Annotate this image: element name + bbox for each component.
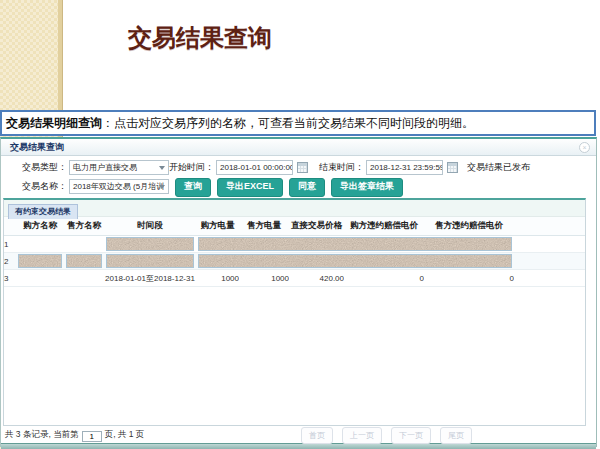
calendar-icon[interactable] xyxy=(447,162,458,173)
query-button[interactable]: 查询 xyxy=(175,178,211,197)
query-panel: 交易结果查询 × 交易类型： 电力用户直接交易 开始时间： 2018-01-01… xyxy=(0,137,597,447)
end-time-input[interactable]: 2018-12-31 23:59:59 xyxy=(366,160,443,175)
panel-bottom-bar xyxy=(1,443,596,449)
next-page-button[interactable]: 下一页 xyxy=(391,427,431,444)
header-row: 购方名称 售方名称 时间段 购方电量 售方电量 直接交易价格 购方违约赔偿电价 … xyxy=(4,217,585,236)
end-time-label: 结束时间： xyxy=(319,160,364,175)
redacted-cell xyxy=(198,254,512,268)
publish-status-text: 交易结果已发布 xyxy=(467,160,530,175)
row-number: 3 xyxy=(4,270,16,287)
record-summary-suffix: 页, 共 1 页 xyxy=(105,429,145,439)
record-summary: 共 3 条记录, 当前第页, 共 1 页 xyxy=(5,429,144,442)
grid-tab-row: 有约束交易结果 xyxy=(4,200,585,217)
cell-buy-penalty: 0 xyxy=(344,270,424,287)
panel-title: 交易结果查询 xyxy=(10,139,64,155)
notice-bold-label: 交易结果明细查询 xyxy=(6,116,102,130)
trade-name-select[interactable]: 2018年双边交易 (5月培训 xyxy=(69,179,169,194)
results-grid: 有约束交易结果 购方名称 售方名称 时间段 购方电量 售方电量 直接交易价格 购… xyxy=(3,198,586,426)
cell-buy-qty: 1000 xyxy=(196,270,239,287)
export-signed-result-button[interactable]: 导出签章结果 xyxy=(331,178,403,197)
chevron-down-icon xyxy=(159,166,165,170)
redacted-cell xyxy=(18,254,62,268)
trade-name-value: 2018年双边交易 (5月培训 xyxy=(73,182,164,191)
trade-type-select[interactable]: 电力用户直接交易 xyxy=(69,160,169,175)
trade-type-value: 电力用户直接交易 xyxy=(73,163,137,172)
redacted-cell xyxy=(198,237,512,251)
results-table: 购方名称 售方名称 时间段 购方电量 售方电量 直接交易价格 购方违约赔偿电价 … xyxy=(4,217,585,287)
notice-text: ：点击对应交易序列的名称，可查看当前交易结果不同时间段的明细。 xyxy=(102,116,474,130)
trade-name-label: 交易名称： xyxy=(1,179,67,194)
table-row[interactable]: 1 xyxy=(4,236,585,253)
notice-bar: 交易结果明细查询：点击对应交易序列的名称，可查看当前交易结果不同时间段的明细。 xyxy=(0,110,596,136)
cell-direct-price: 420.00 xyxy=(289,270,344,287)
collapse-icon[interactable]: × xyxy=(579,142,590,153)
pager-buttons: 首页 上一页 下一页 尾页 xyxy=(301,427,472,444)
pagination-bar: 共 3 条记录, 当前第页, 共 1 页 首页 上一页 下一页 尾页 xyxy=(1,426,596,443)
last-page-button[interactable]: 尾页 xyxy=(440,427,472,444)
chevron-down-icon xyxy=(159,185,165,189)
agree-button[interactable]: 同意 xyxy=(289,178,325,197)
redacted-cell xyxy=(106,237,194,251)
cell-sell-qty: 1000 xyxy=(239,270,289,287)
col-direct-price: 直接交易价格 xyxy=(289,217,344,236)
page-title: 交易结果查询 xyxy=(128,22,272,54)
tab-constrained-results[interactable]: 有约束交易结果 xyxy=(8,204,78,219)
col-sell-penalty: 售方违约赔偿电价 xyxy=(424,217,514,236)
col-period: 时间段 xyxy=(104,217,196,236)
start-time-input[interactable]: 2018-01-01 00:00:00 xyxy=(216,160,293,175)
export-excel-button[interactable]: 导出EXCEL xyxy=(217,178,283,197)
prev-page-button[interactable]: 上一页 xyxy=(342,427,382,444)
cell-sell-penalty: 0 xyxy=(424,270,514,287)
query-form: 交易类型： 电力用户直接交易 开始时间： 2018-01-01 00:00:00… xyxy=(1,156,596,198)
redacted-cell xyxy=(106,254,194,268)
col-buyer-name: 购方名称 xyxy=(16,217,64,236)
col-sell-qty: 售方电量 xyxy=(239,217,289,236)
record-summary-prefix: 共 3 条记录, 当前第 xyxy=(5,429,79,439)
first-page-button[interactable]: 首页 xyxy=(301,427,333,444)
table-row[interactable]: 2 xyxy=(4,253,585,270)
panel-header: 交易结果查询 × xyxy=(1,139,596,156)
cell-period: 2018-01-01至2018-12-31 xyxy=(104,270,196,287)
trade-type-label: 交易类型： xyxy=(1,160,67,175)
col-buy-qty: 购方电量 xyxy=(196,217,239,236)
col-seller-name: 售方名称 xyxy=(64,217,104,236)
col-buy-penalty: 购方违约赔偿电价 xyxy=(344,217,424,236)
form-buttons: 查询 导出EXCEL 同意 导出签章结果 xyxy=(175,178,403,197)
redacted-cell xyxy=(66,254,102,268)
row-number: 2 xyxy=(4,253,16,270)
page-number-input[interactable] xyxy=(82,431,102,442)
table-row[interactable]: 3 2018-01-01至2018-12-31 1000 1000 420.00… xyxy=(4,270,585,287)
row-number: 1 xyxy=(4,236,16,253)
start-time-label: 开始时间： xyxy=(169,160,214,175)
calendar-icon[interactable] xyxy=(297,162,308,173)
